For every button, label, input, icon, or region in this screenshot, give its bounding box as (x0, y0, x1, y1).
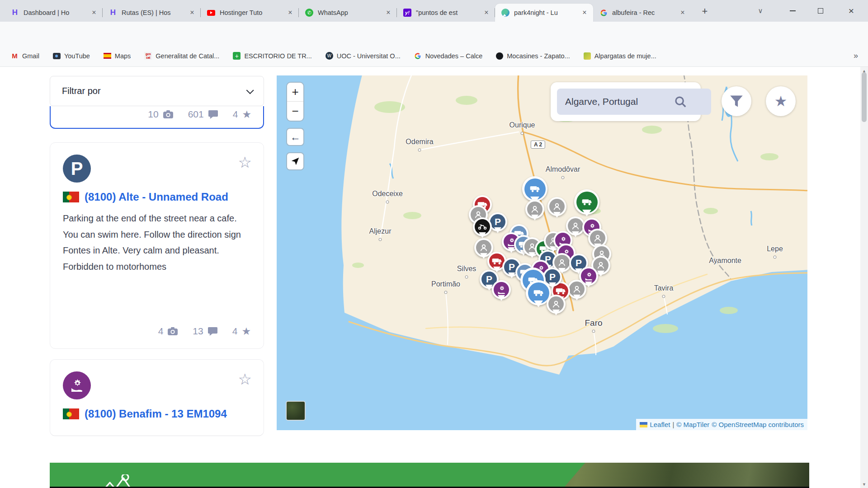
close-icon[interactable]: × (286, 9, 294, 17)
new-tab-button[interactable]: + (698, 5, 711, 18)
zoom-in-button[interactable]: + (287, 83, 303, 102)
map-pin-camper-blue[interactable] (522, 176, 547, 202)
page-scrollbar[interactable]: ▲ ▼ (860, 67, 868, 488)
youtube-studio-icon (53, 53, 61, 59)
tab-rutas[interactable]: H Rutas (ES) | Hos × (103, 4, 201, 22)
camera-icon (163, 110, 174, 119)
google-icon (414, 52, 422, 60)
window-close-button[interactable]: × (835, 0, 868, 22)
close-icon[interactable]: × (580, 9, 589, 17)
scrollbar-thumb[interactable] (862, 72, 867, 122)
listing-card-benafim[interactable]: ☆ (8100) Benafim - 13 EM1094 (50, 359, 264, 436)
bookmark-gencat[interactable]: gencat Generalitat de Catal... (144, 52, 219, 60)
bookmark-mocasines[interactable]: Mocasines - Zapato... (496, 52, 570, 60)
yahoo-icon: y! (403, 9, 411, 17)
close-icon[interactable]: × (188, 9, 196, 17)
tab-yahoo-search[interactable]: y! "puntos de est × (397, 4, 495, 22)
google-icon (599, 9, 608, 17)
motorcycle-icon (475, 219, 490, 235)
map[interactable]: OuriqueOdemiraAlmodôvarOdeceixeAljezurSi… (277, 75, 807, 430)
tab-hostinger-dashboard[interactable]: H Dashboard | Ho × (5, 4, 103, 22)
map-pin-camper-green[interactable] (574, 189, 599, 215)
tab-google-albufeira[interactable]: albufeira - Rec × (593, 4, 691, 22)
map-label-aljezur: Aljezur (369, 227, 392, 235)
camper-icon (576, 192, 598, 213)
parking-poi-icon: P (63, 155, 91, 183)
window-minimize-button[interactable] (778, 0, 807, 22)
bookmark-alpargatas[interactable]: Alpargatas de muje... (584, 52, 656, 60)
hostinger-icon: H (11, 9, 19, 17)
listing-title[interactable]: (8100) Alte - Unnamed Road (85, 191, 228, 203)
maptiler-link[interactable]: © MapTiler (676, 421, 709, 428)
map-favorites-button[interactable]: ★ (766, 86, 796, 116)
map-label-tavira: Tavira (654, 284, 674, 292)
road-badge-a2: A 2 (531, 141, 545, 149)
map-label-portimão: Portimão (431, 280, 460, 288)
map-pin-service[interactable] (492, 280, 511, 299)
map-pin-person[interactable] (525, 200, 544, 219)
service-gear-hand-icon (581, 268, 596, 284)
window-maximize-button[interactable] (807, 0, 835, 22)
photo-count: 10 (148, 109, 158, 120)
filter-label: Filtrar por (62, 86, 246, 96)
osm-link[interactable]: © OpenStreetMap contributors (712, 421, 804, 428)
favorite-star-icon[interactable]: ☆ (238, 155, 252, 170)
search-icon[interactable] (674, 95, 687, 108)
gencat-icon: gencat (144, 52, 152, 60)
youtube-icon (207, 10, 215, 16)
layer-switcher-minimap[interactable] (286, 401, 306, 421)
service-poi-icon (63, 371, 91, 399)
bookmarks-overflow-chevron[interactable]: » (854, 51, 858, 61)
promo-banner[interactable] (50, 463, 809, 488)
locate-me-button[interactable] (286, 152, 304, 170)
filter-dropdown[interactable]: Filtrar por (50, 76, 264, 106)
bookmark-escritorio[interactable]: + ESCRITORIO DE TR... (233, 52, 311, 60)
tab-whatsapp[interactable]: ✆ WhatsApp × (299, 4, 397, 22)
navigation-arrow-icon (290, 156, 300, 166)
tab-hostinger-tutorial[interactable]: Hostinger Tuto × (201, 4, 299, 22)
map-back-button[interactable]: ← (286, 128, 304, 146)
camera-icon (167, 327, 178, 336)
town-dot (465, 276, 468, 279)
tab-park4night-active[interactable]: park4night - Lu × (495, 4, 593, 22)
map-pin-person[interactable] (547, 295, 566, 314)
listing-card-alte[interactable]: P ☆ (8100) Alte - Unnamed Road Parking a… (50, 142, 264, 349)
bookmark-novedades[interactable]: Novedades – Calce (414, 52, 483, 60)
leaflet-link[interactable]: Leaflet (650, 421, 670, 428)
close-icon[interactable]: × (482, 9, 491, 17)
town-dot (774, 256, 777, 259)
zoom-out-button[interactable]: − (287, 102, 303, 121)
comment-count: 13 (193, 326, 203, 337)
leaf-icon (584, 52, 591, 60)
bookmark-uoc[interactable]: W UOC - Universitat O... (326, 52, 401, 60)
person-icon (527, 202, 542, 217)
close-icon[interactable]: × (679, 9, 687, 17)
star-icon: ★ (242, 109, 251, 120)
tab-search-chevron-icon[interactable]: ∨ (751, 0, 769, 22)
comment-icon (208, 110, 218, 119)
map-label-ayamonte: Ayamonte (709, 257, 741, 265)
map-filter-button[interactable] (722, 86, 751, 116)
camper-icon (524, 178, 546, 200)
bookmark-maps[interactable]: Maps (104, 52, 131, 60)
search-input[interactable] (557, 89, 711, 115)
map-label-ourique: Ourique (509, 121, 535, 129)
bookmark-youtube[interactable]: YouTube (53, 52, 90, 60)
close-icon[interactable]: × (384, 9, 392, 17)
listing-title[interactable]: (8100) Benafim - 13 EM1094 (85, 408, 227, 420)
favorite-star-icon[interactable]: ☆ (238, 371, 252, 387)
person-icon (568, 218, 583, 234)
browser-tab-bar: H Dashboard | Ho × H Rutas (ES) | Hos × … (0, 0, 868, 22)
close-icon[interactable]: × (90, 9, 98, 17)
scroll-down-arrow[interactable]: ▼ (860, 480, 868, 488)
bookmark-gmail[interactable]: M Gmail (11, 52, 39, 60)
map-pin-person[interactable] (567, 280, 586, 299)
town-dot (592, 330, 595, 333)
person-icon (549, 199, 565, 214)
comment-icon (208, 327, 218, 336)
person-icon (590, 230, 605, 246)
map-pin-person[interactable] (547, 197, 566, 216)
map-label-lepe: Lepe (767, 245, 783, 253)
selected-listing-card-partial[interactable]: 10 601 4 ★ (50, 106, 264, 129)
map-pin-moto-black[interactable] (473, 217, 492, 236)
